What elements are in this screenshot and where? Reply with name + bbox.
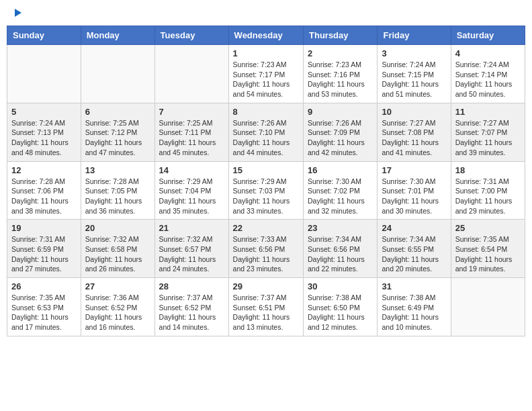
day-number: 21 [159, 223, 224, 233]
day-info: Sunrise: 7:31 AM Sunset: 6:59 PM Dayligh… [11, 234, 77, 274]
day-info: Sunrise: 7:28 AM Sunset: 7:06 PM Dayligh… [11, 177, 77, 216]
day-info: Sunrise: 7:23 AM Sunset: 7:17 PM Dayligh… [233, 60, 299, 99]
day-number: 12 [11, 165, 77, 175]
calendar-table: SundayMondayTuesdayWednesdayThursdayFrid… [7, 26, 525, 336]
day-number: 15 [233, 165, 299, 175]
day-number: 5 [11, 107, 77, 117]
calendar-cell: 2Sunrise: 7:23 AM Sunset: 7:16 PM Daylig… [304, 45, 378, 103]
calendar-header-monday: Monday [81, 26, 154, 45]
day-number: 27 [85, 281, 150, 291]
calendar-cell: 31Sunrise: 7:38 AM Sunset: 6:49 PM Dayli… [378, 278, 451, 336]
day-number: 23 [308, 223, 373, 233]
day-info: Sunrise: 7:35 AM Sunset: 6:54 PM Dayligh… [455, 234, 521, 274]
day-info: Sunrise: 7:35 AM Sunset: 6:53 PM Dayligh… [11, 293, 77, 332]
day-number: 26 [11, 281, 77, 291]
day-info: Sunrise: 7:33 AM Sunset: 6:56 PM Dayligh… [233, 234, 299, 274]
calendar-cell [81, 45, 154, 103]
day-info: Sunrise: 7:38 AM Sunset: 6:49 PM Dayligh… [382, 293, 446, 332]
day-number: 25 [455, 223, 521, 233]
calendar-cell: 20Sunrise: 7:32 AM Sunset: 6:58 PM Dayli… [81, 220, 154, 278]
day-number: 20 [85, 223, 150, 233]
day-info: Sunrise: 7:28 AM Sunset: 7:05 PM Dayligh… [85, 177, 150, 216]
day-number: 8 [233, 107, 299, 117]
day-info: Sunrise: 7:29 AM Sunset: 7:03 PM Dayligh… [233, 177, 299, 216]
day-number: 4 [455, 48, 521, 58]
calendar-cell [7, 45, 81, 103]
day-info: Sunrise: 7:24 AM Sunset: 7:13 PM Dayligh… [11, 118, 77, 158]
day-info: Sunrise: 7:38 AM Sunset: 6:50 PM Dayligh… [308, 293, 373, 332]
calendar-header-thursday: Thursday [304, 26, 378, 45]
calendar-header-wednesday: Wednesday [228, 26, 303, 45]
day-info: Sunrise: 7:36 AM Sunset: 6:52 PM Dayligh… [85, 293, 150, 332]
calendar-cell: 27Sunrise: 7:36 AM Sunset: 6:52 PM Dayli… [81, 278, 154, 336]
calendar-header-sunday: Sunday [7, 26, 81, 45]
calendar-header-row: SundayMondayTuesdayWednesdayThursdayFrid… [7, 26, 525, 45]
calendar-cell: 26Sunrise: 7:35 AM Sunset: 6:53 PM Dayli… [7, 278, 81, 336]
day-number: 2 [308, 48, 373, 58]
day-number: 16 [308, 165, 373, 175]
calendar-cell: 9Sunrise: 7:26 AM Sunset: 7:09 PM Daylig… [304, 103, 378, 161]
calendar-cell: 4Sunrise: 7:24 AM Sunset: 7:14 PM Daylig… [451, 45, 525, 103]
day-info: Sunrise: 7:32 AM Sunset: 6:58 PM Dayligh… [85, 234, 150, 274]
calendar-cell: 18Sunrise: 7:31 AM Sunset: 7:00 PM Dayli… [451, 161, 525, 220]
calendar-week-3: 12Sunrise: 7:28 AM Sunset: 7:06 PM Dayli… [7, 161, 525, 220]
day-number: 18 [455, 165, 521, 175]
calendar-cell: 24Sunrise: 7:34 AM Sunset: 6:55 PM Dayli… [378, 220, 451, 278]
calendar-week-5: 26Sunrise: 7:35 AM Sunset: 6:53 PM Dayli… [7, 278, 525, 336]
calendar-cell: 1Sunrise: 7:23 AM Sunset: 7:17 PM Daylig… [228, 45, 303, 103]
calendar-cell: 15Sunrise: 7:29 AM Sunset: 7:03 PM Dayli… [228, 161, 303, 220]
day-info: Sunrise: 7:27 AM Sunset: 7:08 PM Dayligh… [382, 118, 446, 158]
calendar-cell: 10Sunrise: 7:27 AM Sunset: 7:08 PM Dayli… [378, 103, 451, 161]
day-info: Sunrise: 7:24 AM Sunset: 7:15 PM Dayligh… [382, 60, 446, 99]
calendar-cell: 19Sunrise: 7:31 AM Sunset: 6:59 PM Dayli… [7, 220, 81, 278]
day-info: Sunrise: 7:34 AM Sunset: 6:55 PM Dayligh… [382, 234, 446, 274]
calendar-cell: 6Sunrise: 7:25 AM Sunset: 7:12 PM Daylig… [81, 103, 154, 161]
calendar-week-2: 5Sunrise: 7:24 AM Sunset: 7:13 PM Daylig… [7, 103, 525, 161]
day-number: 14 [159, 165, 224, 175]
page-header [7, 7, 525, 19]
day-number: 9 [308, 107, 373, 117]
day-number: 3 [382, 48, 446, 58]
day-number: 13 [85, 165, 150, 175]
day-number: 10 [382, 107, 446, 117]
day-info: Sunrise: 7:31 AM Sunset: 7:00 PM Dayligh… [455, 177, 521, 216]
calendar-cell [154, 45, 228, 103]
day-info: Sunrise: 7:26 AM Sunset: 7:10 PM Dayligh… [233, 118, 299, 158]
calendar-cell: 28Sunrise: 7:37 AM Sunset: 6:52 PM Dayli… [154, 278, 228, 336]
calendar-header-friday: Friday [378, 26, 451, 45]
calendar-cell: 7Sunrise: 7:25 AM Sunset: 7:11 PM Daylig… [154, 103, 228, 161]
day-number: 19 [11, 223, 77, 233]
day-number: 31 [382, 281, 446, 291]
day-number: 6 [85, 107, 150, 117]
calendar-cell: 22Sunrise: 7:33 AM Sunset: 6:56 PM Dayli… [228, 220, 303, 278]
day-info: Sunrise: 7:37 AM Sunset: 6:51 PM Dayligh… [233, 293, 299, 332]
day-info: Sunrise: 7:25 AM Sunset: 7:11 PM Dayligh… [159, 118, 224, 158]
day-info: Sunrise: 7:32 AM Sunset: 6:57 PM Dayligh… [159, 234, 224, 274]
day-number: 7 [159, 107, 224, 117]
calendar-cell: 23Sunrise: 7:34 AM Sunset: 6:56 PM Dayli… [304, 220, 378, 278]
day-info: Sunrise: 7:30 AM Sunset: 7:02 PM Dayligh… [308, 177, 373, 216]
day-number: 28 [159, 281, 224, 291]
day-info: Sunrise: 7:27 AM Sunset: 7:07 PM Dayligh… [455, 118, 521, 158]
calendar-cell: 29Sunrise: 7:37 AM Sunset: 6:51 PM Dayli… [228, 278, 303, 336]
day-info: Sunrise: 7:34 AM Sunset: 6:56 PM Dayligh… [308, 234, 373, 274]
day-number: 11 [455, 107, 521, 117]
calendar-week-4: 19Sunrise: 7:31 AM Sunset: 6:59 PM Dayli… [7, 220, 525, 278]
day-info: Sunrise: 7:25 AM Sunset: 7:12 PM Dayligh… [85, 118, 150, 158]
day-info: Sunrise: 7:30 AM Sunset: 7:01 PM Dayligh… [382, 177, 446, 216]
calendar-cell: 13Sunrise: 7:28 AM Sunset: 7:05 PM Dayli… [81, 161, 154, 220]
day-number: 1 [233, 48, 299, 58]
day-number: 22 [233, 223, 299, 233]
calendar-cell: 17Sunrise: 7:30 AM Sunset: 7:01 PM Dayli… [378, 161, 451, 220]
day-info: Sunrise: 7:26 AM Sunset: 7:09 PM Dayligh… [308, 118, 373, 158]
day-info: Sunrise: 7:24 AM Sunset: 7:14 PM Dayligh… [455, 60, 521, 99]
day-info: Sunrise: 7:23 AM Sunset: 7:16 PM Dayligh… [308, 60, 373, 99]
day-info: Sunrise: 7:37 AM Sunset: 6:52 PM Dayligh… [159, 293, 224, 332]
calendar-header-tuesday: Tuesday [154, 26, 228, 45]
calendar-cell: 5Sunrise: 7:24 AM Sunset: 7:13 PM Daylig… [7, 103, 81, 161]
calendar-cell [451, 278, 525, 336]
day-number: 30 [308, 281, 373, 291]
day-number: 29 [233, 281, 299, 291]
calendar-cell: 30Sunrise: 7:38 AM Sunset: 6:50 PM Dayli… [304, 278, 378, 336]
calendar-cell: 21Sunrise: 7:32 AM Sunset: 6:57 PM Dayli… [154, 220, 228, 278]
